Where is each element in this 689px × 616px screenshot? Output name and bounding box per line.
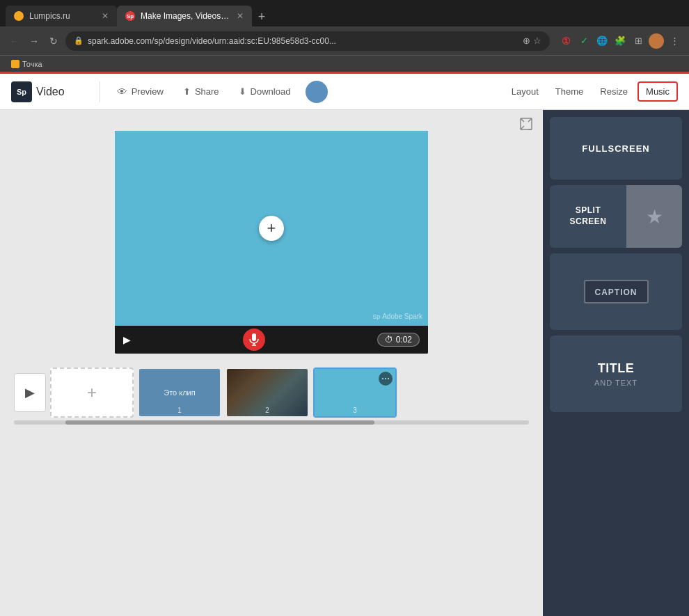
bookmark-bar: Точка [0, 56, 689, 74]
resize-btn[interactable]: Resize [593, 83, 635, 100]
video-screen: + Sp Adobe Spark [115, 131, 428, 326]
extension-check-icon[interactable]: ✓ [576, 33, 592, 49]
tab-adobe-label: Make Images, Videos and Web S... [141, 11, 231, 21]
lumpics-favicon [14, 11, 24, 21]
app-logo: Sp Video [11, 81, 65, 102]
app-header: Sp Video 👁 Preview ⬆ Share ⬇ Download [0, 74, 689, 110]
timer-display: ⏱ 0:02 [377, 333, 420, 347]
music-label: Music [646, 86, 670, 97]
clip-1[interactable]: Это клип 1 [138, 368, 221, 418]
split-screen-label: SPLITSCREEN [569, 205, 606, 227]
music-btn[interactable]: Music [637, 81, 678, 102]
browser-frame: Lumpics.ru ✕ Sp Make Images, Videos and … [0, 0, 689, 616]
app-container: Sp Video 👁 Preview ⬆ Share ⬇ Download [0, 74, 689, 616]
fullscreen-label: FULLSCREEN [582, 143, 649, 154]
share-label: Share [195, 86, 219, 97]
forward-button[interactable]: → [26, 33, 42, 49]
video-controls: ▶ ⏱ [115, 326, 428, 354]
clip-3-number: 3 [353, 406, 357, 414]
clip-1-label: Это клип [161, 386, 198, 400]
add-clip-button[interactable]: + [50, 368, 134, 418]
extension-warning-icon[interactable]: ① [558, 33, 573, 49]
title-big-label: TITLE [598, 361, 635, 376]
share-button[interactable]: ⬆ Share [173, 82, 229, 101]
logo-text: Sp [17, 88, 26, 96]
clip-more-button[interactable]: ⋯ [379, 372, 393, 386]
address-bar: ← → ↻ 🔒 spark.adobe.com/sp/design/video/… [0, 26, 689, 56]
bookmark-tochka[interactable]: Точка [7, 58, 47, 70]
strip-scrollbar-thumb [65, 420, 374, 425]
logo-box: Sp [11, 81, 32, 102]
tab-lumpics-close[interactable]: ✕ [102, 11, 109, 21]
theme-btn[interactable]: Theme [548, 83, 590, 100]
clip-2-number: 2 [265, 406, 269, 414]
header-divider [100, 81, 100, 102]
expand-button[interactable] [519, 117, 536, 134]
split-screen-card[interactable]: SPLITSCREEN ★ [550, 185, 682, 248]
tab-adobe[interactable]: Sp Make Images, Videos and Web S... ✕ [117, 6, 252, 26]
star-icon: ★ [646, 205, 663, 228]
user-avatar [306, 81, 328, 103]
browser-right-actions: ① ✓ 🌐 🧩 ⊞ ⋮ [558, 33, 682, 49]
tab-adobe-close[interactable]: ✕ [237, 11, 244, 21]
extensions-icon[interactable]: 🧩 [612, 33, 628, 49]
download-icon: ⬇ [239, 86, 246, 97]
tab-lumpics[interactable]: Lumpics.ru ✕ [6, 6, 117, 26]
app-title: Video [36, 86, 65, 98]
user-icon-btn[interactable] [300, 78, 333, 106]
translate-icon[interactable]: ⊕ [523, 35, 530, 46]
star-bookmark-icon[interactable]: ☆ [533, 35, 541, 46]
adobe-favicon: Sp [125, 11, 135, 21]
preview-button[interactable]: 👁 Preview [107, 81, 173, 102]
tab-bar: Lumpics.ru ✕ Sp Make Images, Videos and … [0, 0, 689, 26]
strip-scrollbar[interactable] [14, 420, 529, 425]
fullscreen-card[interactable]: FULLSCREEN [550, 117, 682, 180]
extension-globe-icon[interactable]: 🌐 [594, 33, 610, 49]
bookmark-label: Точка [22, 60, 42, 68]
canvas-area: + Sp Adobe Spark ▶ [0, 110, 543, 616]
strip-play-button[interactable]: ▶ [14, 373, 46, 412]
layout-btn[interactable]: Layout [505, 83, 546, 100]
profile-avatar[interactable] [649, 33, 664, 49]
preview-icon: 👁 [117, 86, 127, 97]
clip-1-number: 1 [177, 406, 182, 414]
thumbnail-strip: ▶ + Это клип 1 2 3 [14, 368, 529, 418]
tab-lumpics-label: Lumpics.ru [29, 11, 70, 21]
new-tab-button[interactable]: + [252, 7, 271, 26]
extensions-manage-icon[interactable]: ⊞ [631, 33, 646, 49]
share-icon: ⬆ [183, 86, 191, 97]
caption-card[interactable]: CAPTION [550, 253, 682, 330]
resize-label: Resize [600, 86, 628, 97]
caption-label: CAPTION [595, 287, 637, 297]
url-box[interactable]: 🔒 spark.adobe.com/sp/design/video/urn:aa… [65, 31, 550, 51]
preview-label: Preview [132, 86, 164, 97]
title-sub-label: AND TEXT [594, 379, 637, 387]
watermark-label: Sp Adobe Spark [372, 313, 422, 320]
mic-button[interactable] [243, 329, 265, 351]
menu-icon[interactable]: ⋮ [667, 33, 682, 49]
caption-box: CAPTION [584, 280, 649, 303]
right-panel: FULLSCREEN SPLITSCREEN ★ CAPTION [543, 110, 689, 616]
url-actions: ⊕ ☆ [523, 35, 541, 46]
bookmark-folder-icon [11, 60, 19, 68]
lock-icon: 🔒 [74, 36, 84, 45]
clip-2[interactable]: 2 [225, 368, 309, 418]
video-container: + Sp Adobe Spark ▶ [115, 131, 428, 354]
main-content: + Sp Adobe Spark ▶ [0, 110, 689, 616]
header-right-nav: Layout Theme Resize Music [505, 81, 678, 102]
back-button[interactable]: ← [7, 33, 22, 49]
download-button[interactable]: ⬇ Download [229, 82, 301, 101]
theme-label: Theme [555, 86, 583, 97]
title-text-card[interactable]: TITLE AND TEXT [550, 335, 682, 412]
svg-rect-1 [252, 333, 256, 341]
split-screen-left: SPLITSCREEN [550, 185, 626, 248]
layout-label: Layout [512, 86, 539, 97]
add-content-button[interactable]: + [259, 216, 284, 241]
download-label: Download [251, 86, 291, 97]
url-text: spark.adobe.com/sp/design/video/urn:aaid… [88, 36, 518, 46]
reload-button[interactable]: ↻ [46, 33, 61, 49]
play-button[interactable]: ▶ [123, 334, 131, 345]
split-screen-right: ★ [626, 185, 682, 248]
clip-3[interactable]: 3 ⋯ [313, 368, 397, 418]
